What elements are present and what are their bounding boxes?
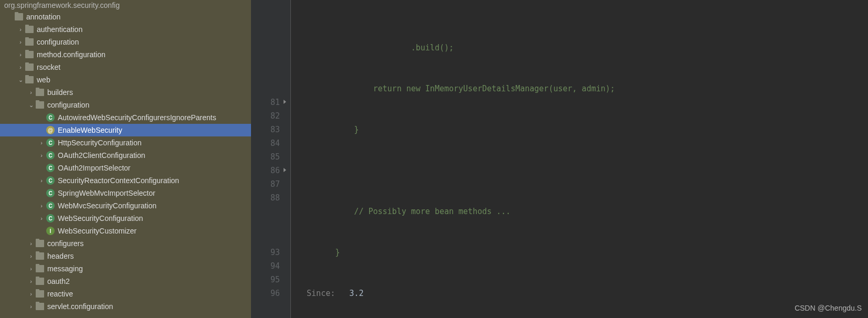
tree-item-label: configuration [37, 38, 249, 46]
class-icon: C [46, 139, 55, 147]
chevron-right-icon[interactable]: › [27, 240, 35, 247]
line-gutter: 81 82 83 84 85 86 87 88 93 94 95 96 [251, 0, 291, 318]
chevron-right-icon[interactable]: › [27, 278, 35, 284]
chevron-right-icon[interactable]: › [27, 303, 35, 310]
tree-item-enablewebsecurity[interactable]: @EnableWebSecurity [0, 124, 251, 136]
code-editor[interactable]: 81 82 83 84 85 86 87 88 93 94 95 96 .bui… [251, 0, 868, 318]
chevron-right-icon[interactable]: › [38, 215, 45, 221]
chevron-right-icon[interactable]: › [38, 140, 45, 146]
tree-item-method-configuration[interactable]: ›method.configuration [0, 48, 251, 61]
tree-item-label: configurers [47, 239, 249, 248]
tree-item-reactive[interactable]: ›reactive [0, 288, 251, 300]
folder-icon [36, 290, 44, 298]
folder-icon [36, 89, 44, 96]
tree-item-servlet-configuration[interactable]: ›servlet.configuration [0, 300, 251, 313]
tree-item-webmvcsecurityconfiguration[interactable]: ›CWebMvcSecurityConfiguration [0, 199, 251, 212]
chevron-right-icon[interactable]: › [17, 64, 24, 70]
tree-item-messaging[interactable]: ›messaging [0, 262, 251, 275]
tree-item-label: SpringWebMvcImportSelector [58, 189, 249, 197]
tree-item-rsocket[interactable]: ›rsocket [0, 61, 251, 73]
class-icon: C [46, 189, 55, 197]
folder-icon [25, 76, 34, 83]
class-icon: C [46, 214, 55, 222]
tree-item-label: servlet.configuration [47, 302, 249, 311]
folder-icon [36, 265, 44, 272]
tree-item-label: oauth2 [47, 277, 249, 285]
tree-item-label: AutowiredWebSecurityConfigurersIgnorePar… [58, 113, 249, 122]
chevron-right-icon[interactable]: › [27, 253, 35, 259]
folder-icon [25, 51, 34, 58]
tree-item-configuration[interactable]: ⌄configuration [0, 99, 251, 111]
tree-item-web[interactable]: ⌄web [0, 73, 251, 86]
class-icon: C [46, 202, 55, 210]
tree-item-label: WebSecurityConfiguration [58, 214, 249, 222]
folder-icon [25, 63, 34, 71]
class-icon: C [46, 151, 55, 160]
tree-item-label: OAuth2ImportSelector [58, 164, 249, 172]
tree-item-label: headers [47, 252, 249, 260]
watermark: CSDN @Chengdu.S [794, 301, 862, 315]
tree-item-autowiredwebsecurityconfigurersignoreparents[interactable]: CAutowiredWebSecurityConfigurersIgnorePa… [0, 111, 251, 124]
chevron-right-icon[interactable]: › [27, 266, 35, 272]
tree-item-label: authentication [37, 25, 249, 34]
tree-item-label: HttpSecurityConfiguration [58, 139, 249, 147]
folder-icon [25, 26, 34, 33]
annotation-icon: @ [46, 126, 55, 134]
tree-item-label: messaging [47, 264, 249, 273]
tree-item-label: WebSecurityCustomizer [58, 227, 249, 235]
class-icon: C [46, 164, 55, 172]
folder-icon [36, 101, 44, 109]
tree-item-builders[interactable]: ›builders [0, 86, 251, 99]
tree-item-label: web [37, 76, 249, 84]
chevron-right-icon[interactable]: › [38, 177, 45, 184]
tree-item-label: EnableWebSecurity [58, 126, 249, 134]
tree-item-configurers[interactable]: ›configurers [0, 237, 251, 250]
class-icon: C [46, 113, 55, 122]
folder-icon [36, 278, 44, 285]
tree-item-label: builders [47, 88, 249, 97]
code-area[interactable]: .build(); return new InMemoryUserDetails… [291, 0, 868, 318]
chevron-right-icon[interactable]: › [27, 291, 35, 297]
project-tree[interactable]: org.springframework.security.config anno… [0, 0, 251, 318]
class-icon: C [46, 176, 55, 185]
tree-item-httpsecurityconfiguration[interactable]: ›CHttpSecurityConfiguration [0, 136, 251, 149]
chevron-right-icon[interactable]: › [17, 51, 24, 58]
tree-item-label: annotation [26, 13, 249, 21]
chevron-right-icon[interactable]: › [17, 26, 24, 33]
tree-item-label: method.configuration [37, 50, 249, 59]
chevron-right-icon[interactable]: › [38, 152, 45, 158]
chevron-right-icon[interactable]: › [38, 203, 45, 209]
tree-item-oauth2clientconfiguration[interactable]: ›COAuth2ClientConfiguration [0, 149, 251, 162]
tree-item-label: configuration [47, 101, 249, 109]
tree-item-label: rsocket [37, 63, 249, 71]
tree-item-springwebmvcimportselector[interactable]: CSpringWebMvcImportSelector [0, 187, 251, 199]
chevron-right-icon[interactable]: › [27, 89, 35, 96]
tree-item-label: WebMvcSecurityConfiguration [58, 202, 249, 210]
tree-item-oauth2[interactable]: ›oauth2 [0, 275, 251, 288]
tree-item-authentication[interactable]: ›authentication [0, 23, 251, 36]
tree-item-annotation[interactable]: annotation [0, 10, 251, 23]
folder-icon [36, 252, 44, 260]
tree-item-label: SecurityReactorContextConfiguration [58, 176, 249, 185]
package-root: org.springframework.security.config [0, 0, 251, 10]
folder-icon [25, 38, 34, 46]
folder-icon [36, 240, 44, 247]
chevron-down-icon[interactable]: ⌄ [27, 102, 35, 109]
tree-item-headers[interactable]: ›headers [0, 250, 251, 262]
tree-item-oauth2importselector[interactable]: COAuth2ImportSelector [0, 162, 251, 174]
folder-icon [36, 303, 44, 310]
interface-icon: I [46, 227, 55, 235]
chevron-right-icon[interactable]: › [17, 39, 24, 45]
app-root: org.springframework.security.config anno… [0, 0, 868, 318]
tree-item-label: OAuth2ClientConfiguration [58, 151, 249, 160]
tree-item-websecuritycustomizer[interactable]: IWebSecurityCustomizer [0, 225, 251, 237]
tree-item-label: reactive [47, 290, 249, 298]
tree-item-configuration[interactable]: ›configuration [0, 36, 251, 48]
folder-icon [15, 13, 23, 20]
tree-item-websecurityconfiguration[interactable]: ›CWebSecurityConfiguration [0, 212, 251, 225]
chevron-down-icon[interactable]: ⌄ [17, 77, 24, 83]
tree-item-securityreactorcontextconfiguration[interactable]: ›CSecurityReactorContextConfiguration [0, 174, 251, 187]
